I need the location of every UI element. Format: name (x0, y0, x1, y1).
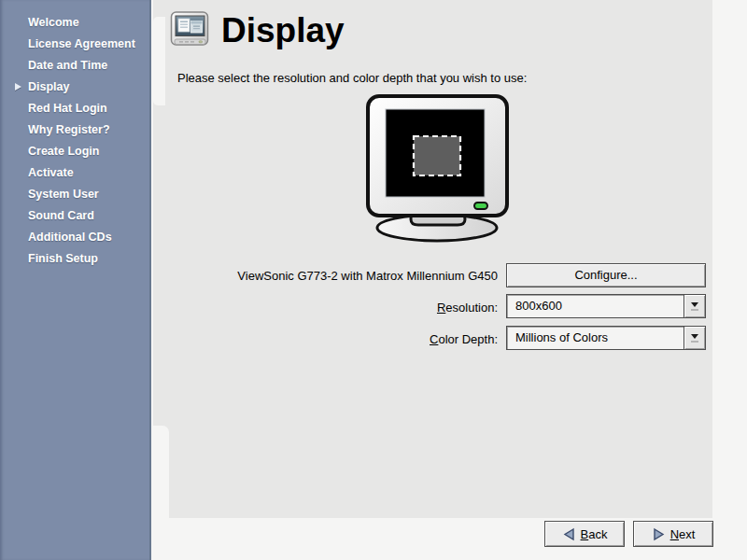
back-arrow-icon (562, 527, 576, 541)
wizard-steps-sidebar: Welcome License Agreement Date and Time … (0, 0, 151, 560)
sidebar-item-label: Display (28, 80, 69, 93)
device-description-label: ViewSonic G773-2 with Matrox Millennium … (168, 269, 498, 283)
back-button-label: Back (581, 527, 608, 541)
sidebar-item-label: License Agreement (28, 37, 135, 50)
resolution-combobox[interactable]: 747x560 (506, 294, 706, 318)
power-led (474, 203, 487, 209)
chevron-down-icon (691, 302, 698, 307)
instruction-text: Please select the resolution and color d… (177, 71, 527, 85)
sidebar-item-label: Welcome (28, 16, 79, 29)
sidebar-item-label: Additional CDs (28, 231, 112, 244)
firstboot-window: Welcome License Agreement Date and Time … (0, 0, 747, 560)
next-button[interactable]: Next (633, 521, 713, 547)
sidebar-item-finish-setup: Finish Setup (0, 248, 149, 270)
resolution-label: Resolution: (168, 301, 498, 315)
color-depth-dropdown-button[interactable] (684, 327, 705, 349)
resolution-label-mnemonic: R (437, 301, 445, 315)
sidebar-item-label: Finish Setup (28, 252, 98, 265)
sidebar-item-label: Create Login (28, 145, 99, 158)
sidebar-item-label: Why Register? (28, 123, 110, 136)
resolution-preview-rect (414, 136, 460, 175)
back-button[interactable]: Back (544, 521, 625, 547)
sidebar-item-label: System User (28, 188, 99, 201)
dropdown-bar-icon (691, 309, 698, 311)
chevron-down-icon (691, 334, 698, 339)
next-arrow-icon (652, 527, 666, 541)
color-depth-value: Millions of Colors (507, 327, 684, 349)
sidebar-item-license-agreement: License Agreement (0, 34, 149, 55)
display-monitor-icon (170, 8, 210, 50)
sidebar-item-label: Sound Card (28, 209, 94, 222)
sidebar-item-label: Activate (28, 166, 74, 179)
current-step-arrow-icon (15, 83, 21, 91)
sidebar-item-why-register: Why Register? (0, 119, 149, 141)
configure-button[interactable]: Configure... (506, 263, 706, 287)
resolution-label-rest: esolution: (445, 301, 498, 315)
sidebar-item-display: Display (0, 77, 149, 98)
sidebar-item-sound-card: Sound Card (0, 205, 149, 227)
sidebar-item-activate: Activate (0, 162, 149, 184)
next-button-label: Next (670, 527, 696, 541)
next-label-rest: ext (679, 527, 695, 541)
sidebar-item-date-and-time: Date and Time (0, 55, 149, 77)
sidebar-item-additional-cds: Additional CDs (0, 227, 149, 248)
sidebar-item-red-hat-login: Red Hat Login (0, 98, 149, 119)
resolution-dropdown-button[interactable] (684, 295, 705, 317)
color-depth-label: Color Depth: (168, 332, 498, 346)
panel-bottom-notch-decoration (153, 426, 169, 560)
wizard-step-list: Welcome License Agreement Date and Time … (0, 0, 149, 270)
color-depth-label-rest: olor Depth: (438, 332, 498, 346)
color-depth-label-mnemonic: C (430, 332, 438, 346)
sidebar-item-welcome: Welcome (0, 12, 149, 34)
back-mnemonic: B (581, 527, 589, 541)
page-title: Display (221, 11, 345, 50)
next-mnemonic: N (670, 527, 679, 541)
color-depth-combobox[interactable]: Millions of Colors (506, 326, 706, 350)
back-label-rest: ack (588, 527, 607, 541)
dropdown-bar-icon (691, 341, 698, 343)
sidebar-item-label: Date and Time (28, 59, 107, 72)
resolution-value: 747x560 (507, 295, 684, 317)
panel-top-notch-decoration (153, 17, 165, 105)
sidebar-item-label: Red Hat Login (28, 102, 107, 115)
sidebar-item-create-login: Create Login (0, 141, 149, 162)
monitor-illustration (363, 94, 516, 246)
sidebar-item-system-user: System User (0, 184, 149, 205)
